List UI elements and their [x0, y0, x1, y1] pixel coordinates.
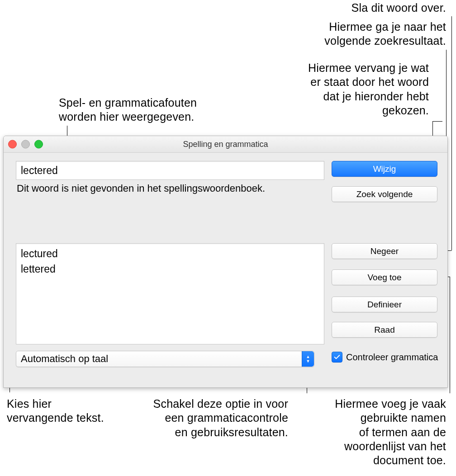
guess-button[interactable]: Raad	[332, 322, 437, 338]
change-button[interactable]: Wijzig	[332, 161, 437, 177]
define-button-label: Definieer	[367, 300, 402, 310]
callout-errors-shown: Spel- en grammaticafouten worden hier we…	[59, 96, 197, 124]
callout-go-next: Hiermee ga je naar het volgende zoekresu…	[324, 20, 446, 48]
find-next-button[interactable]: Zoek volgende	[332, 186, 437, 202]
define-button[interactable]: Definieer	[332, 297, 437, 312]
minimize-icon[interactable]	[21, 140, 30, 149]
checkmark-icon	[333, 353, 341, 361]
language-popup[interactable]: Automatisch op taal	[16, 351, 314, 367]
find-next-button-label: Zoek volgende	[356, 189, 413, 199]
language-popup-label: Automatisch op taal	[16, 353, 302, 365]
titlebar: Spelling en grammatica	[4, 136, 447, 153]
callout-add-common: Hiermee voeg je vaak gebruikte namen of …	[310, 397, 446, 467]
callout-skip-word: Sla dit woord over.	[352, 1, 446, 15]
grammar-checkbox[interactable]	[332, 352, 342, 363]
grammar-checkbox-group[interactable]: Controleer grammatica	[332, 352, 438, 363]
list-item[interactable]: lettered	[21, 262, 319, 277]
close-icon[interactable]	[8, 140, 17, 149]
zoom-icon[interactable]	[34, 140, 43, 149]
misspelled-word-text: lectered	[21, 165, 58, 177]
spelling-window: Spelling en grammatica lectered Dit woor…	[3, 136, 448, 388]
window-title: Spelling en grammatica	[183, 140, 268, 149]
not-found-message: Dit woord is niet gevonden in het spelli…	[17, 183, 265, 194]
suggestions-list[interactable]: lectured lettered	[16, 243, 324, 344]
ignore-button-label: Negeer	[370, 246, 399, 256]
list-item[interactable]: lectured	[21, 246, 319, 262]
chevron-updown-icon	[302, 351, 314, 367]
guess-button-label: Raad	[374, 325, 394, 335]
add-button[interactable]: Voeg toe	[332, 269, 437, 285]
misspelled-word-field[interactable]: lectered	[16, 161, 324, 180]
change-button-label: Wijzig	[373, 164, 396, 174]
add-button-label: Voeg toe	[367, 273, 401, 283]
callout-enable-grammar: Schakel deze optie in voor een grammatic…	[128, 397, 288, 439]
grammar-checkbox-label: Controleer grammatica	[346, 352, 438, 363]
ignore-button[interactable]: Negeer	[332, 243, 437, 259]
callout-replace-word: Hiermee vervang je wat er staat door het…	[308, 61, 429, 118]
callout-choose-replacement: Kies hier vervangende tekst.	[7, 397, 104, 425]
